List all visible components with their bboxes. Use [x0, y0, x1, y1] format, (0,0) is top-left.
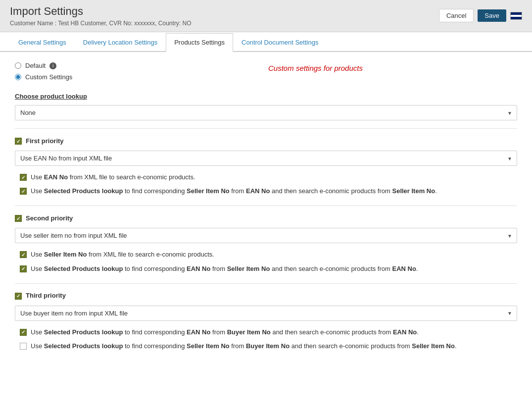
third-priority-checkbox[interactable] [15, 293, 22, 300]
cancel-button[interactable]: Cancel [439, 9, 474, 22]
first-priority-section: First priority Use EAN No from input XML… [15, 137, 517, 196]
second-priority-label: Second priority [26, 214, 73, 222]
third-priority-section: Third priority Use EAN No from input XML… [15, 292, 517, 351]
second-priority-dropdown[interactable]: Use EAN No from input XML file Use selle… [15, 228, 517, 243]
tabs-bar: General Settings Delivery Location Setti… [0, 32, 532, 52]
tab-general-settings[interactable]: General Settings [10, 33, 75, 52]
default-radio-row: Default i [15, 62, 114, 69]
second-priority-header: Second priority [15, 214, 517, 222]
first-priority-label: First priority [26, 137, 64, 145]
second-priority-section: Second priority Use EAN No from input XM… [15, 214, 517, 273]
second-priority-cb-2-text: Use Selected Products lookup to find cor… [31, 264, 418, 273]
header-actions: Cancel Save [439, 9, 522, 22]
page-wrapper: Import Settings Customer Name : Test HB … [0, 0, 532, 420]
second-priority-cb-1-text: Use Seller Item No from XML file to sear… [31, 250, 214, 259]
second-priority-cb-1-checkbox[interactable] [20, 251, 27, 258]
lookup-section-label: Choose product lookup [15, 93, 517, 100]
custom-settings-radio-label: Custom Settings [25, 73, 72, 81]
first-priority-dropdown-wrapper: Use EAN No from input XML file Use selle… [15, 151, 517, 166]
header: Import Settings Customer Name : Test HB … [0, 0, 532, 32]
third-priority-cb-2-text: Use Selected Products lookup to find cor… [31, 342, 457, 351]
custom-settings-radio[interactable] [15, 74, 21, 80]
divider-3 [15, 283, 517, 284]
second-priority-cb-1: Use Seller Item No from XML file to sear… [15, 250, 517, 259]
third-priority-dropdown-wrapper: Use EAN No from input XML file Use selle… [15, 306, 517, 321]
tab-control-document-settings[interactable]: Control Document Settings [233, 33, 327, 52]
tab-delivery-location-settings[interactable]: Delivery Location Settings [75, 33, 166, 52]
first-priority-cb-1-checkbox[interactable] [20, 174, 27, 181]
first-priority-cb-2-checkbox[interactable] [20, 188, 27, 195]
info-icon[interactable]: i [49, 62, 56, 69]
first-priority-header: First priority [15, 137, 517, 145]
header-subtitle: Customer Name : Test HB Customer, CVR No… [10, 20, 192, 27]
first-priority-cb-1: Use EAN No from XML file to search e-con… [15, 173, 517, 182]
custom-radio-row: Custom Settings [15, 73, 114, 81]
default-radio[interactable] [15, 62, 21, 69]
second-priority-checkbox[interactable] [15, 215, 22, 222]
third-priority-label: Third priority [26, 292, 66, 299]
second-priority-dropdown-wrapper: Use EAN No from input XML file Use selle… [15, 228, 517, 243]
second-priority-cb-2-checkbox[interactable] [20, 265, 27, 272]
third-priority-header: Third priority [15, 292, 517, 300]
third-priority-cb-1-checkbox[interactable] [20, 329, 27, 336]
second-priority-cb-2: Use Selected Products lookup to find cor… [15, 264, 517, 273]
third-priority-cb-1: Use Selected Products lookup to find cor… [15, 328, 517, 337]
page-title: Import Settings [10, 5, 192, 18]
third-priority-cb-1-text: Use Selected Products lookup to find cor… [31, 328, 419, 337]
custom-settings-title: Custom settings for products [114, 64, 517, 72]
first-priority-cb-2-text: Use Selected Products lookup to find cor… [31, 187, 437, 196]
lookup-dropdown[interactable]: None EAN No Seller Item No Buyer Item No [15, 105, 517, 120]
first-priority-checkbox[interactable] [15, 138, 22, 145]
lookup-dropdown-wrapper: None EAN No Seller Item No Buyer Item No [15, 105, 517, 120]
third-priority-cb-2: Use Selected Products lookup to find cor… [15, 342, 517, 351]
content-area: Default i Custom Settings Custom setting… [0, 52, 532, 420]
third-priority-dropdown[interactable]: Use EAN No from input XML file Use selle… [15, 306, 517, 321]
settings-type-radio-group: Default i Custom Settings [15, 62, 114, 85]
save-button[interactable]: Save [478, 9, 506, 22]
tab-products-settings[interactable]: Products Settings [166, 33, 233, 52]
first-priority-cb-2: Use Selected Products lookup to find cor… [15, 187, 517, 196]
header-left: Import Settings Customer Name : Test HB … [10, 5, 192, 27]
divider-2 [15, 206, 517, 206]
first-priority-dropdown[interactable]: Use EAN No from input XML file Use selle… [15, 151, 517, 166]
default-radio-label: Default [25, 62, 46, 69]
divider-1 [15, 128, 517, 129]
flag-icon [510, 12, 522, 20]
third-priority-cb-2-checkbox[interactable] [20, 343, 27, 350]
first-priority-cb-1-text: Use EAN No from XML file to search e-con… [31, 173, 195, 182]
